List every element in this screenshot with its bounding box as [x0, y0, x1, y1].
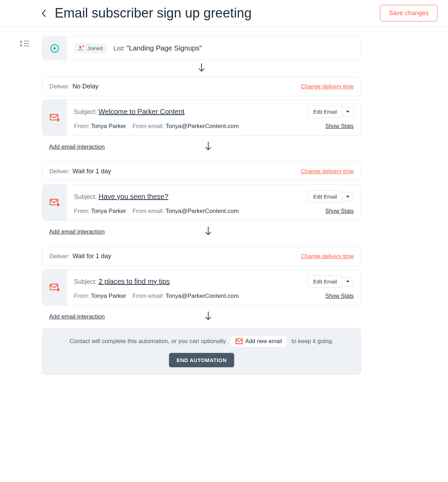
- email-body: Subject: Have you seen these? Edit Email…: [67, 185, 361, 220]
- person-join-icon: [78, 46, 84, 51]
- mail-send-icon: [50, 283, 60, 292]
- deliver-card: Deliver: Wait for 1 day Change delivery …: [42, 162, 361, 181]
- deliver-info: Deliver: Wait for 1 day: [49, 253, 111, 260]
- email-card[interactable]: Subject: Have you seen these? Edit Email…: [42, 185, 361, 221]
- edit-email-button[interactable]: Edit Email: [308, 275, 342, 288]
- footer-text-after: to keep it going.: [291, 338, 333, 345]
- add-new-email-button[interactable]: Add new email: [230, 335, 287, 347]
- deliver-label: Deliver:: [49, 83, 70, 90]
- deliver-label: Deliver:: [49, 168, 70, 175]
- mail-send-icon: [50, 199, 60, 207]
- from-name: Tonya Parker: [91, 208, 126, 214]
- from-label: From:: [74, 208, 89, 214]
- show-stats-link[interactable]: Show Stats: [325, 293, 354, 299]
- change-delivery-link[interactable]: Change delivery time: [301, 253, 354, 260]
- from-email-label: From email:: [133, 293, 164, 299]
- svg-rect-5: [50, 114, 58, 120]
- from-label: From:: [74, 293, 89, 299]
- trigger-icon-area: [42, 37, 67, 60]
- subject-link[interactable]: 2 places to find my tips: [99, 277, 170, 285]
- flow-arrow: [56, 308, 361, 325]
- edit-email-dropdown[interactable]: [342, 107, 354, 116]
- from-email-label: From email:: [133, 123, 164, 129]
- subject-link[interactable]: Welcome to Parker Content: [99, 108, 184, 115]
- edit-email-dropdown[interactable]: [342, 192, 354, 201]
- svg-point-4: [79, 46, 81, 48]
- email-body: Subject: Welcome to Parker Content Edit …: [67, 100, 361, 135]
- deliver-value: Wait for 1 day: [73, 253, 111, 260]
- interaction-row: Add email interaction: [49, 308, 361, 325]
- list-label: List:: [113, 45, 125, 52]
- from-block: From: Tonya Parker From email: Tonya@Par…: [74, 123, 239, 130]
- list-name: "Landing Page Signups": [127, 44, 202, 52]
- edit-email-group: Edit Email: [308, 190, 354, 203]
- edit-email-button[interactable]: Edit Email: [308, 190, 342, 203]
- change-delivery-link[interactable]: Change delivery time: [301, 168, 354, 175]
- email-card[interactable]: Subject: 2 places to find my tips Edit E…: [42, 269, 361, 306]
- header-left: Email subscriber sign up greeting: [41, 6, 252, 21]
- subject-line: Subject: Have you seen these?: [74, 193, 168, 201]
- add-new-email-label: Add new email: [245, 338, 282, 344]
- mail-send-icon: [50, 114, 60, 122]
- caret-down-icon: [346, 280, 350, 283]
- mail-icon: [236, 339, 243, 344]
- flow-arrow: [42, 60, 361, 77]
- deliver-info: Deliver: No Delay: [49, 83, 99, 90]
- reorder-icon[interactable]: [20, 43, 29, 49]
- joined-chip: Joined: [74, 43, 107, 53]
- chevron-left-icon: [41, 9, 46, 17]
- trigger-card[interactable]: Joined List: "Landing Page Signups": [42, 36, 361, 60]
- caret-down-icon: [346, 195, 350, 198]
- deliver-card: Deliver: Wait for 1 day Change delivery …: [42, 247, 361, 266]
- svg-rect-6: [50, 199, 58, 205]
- subject-label: Subject:: [74, 108, 97, 115]
- deliver-card: Deliver: No Delay Change delivery time: [42, 77, 361, 96]
- flow-arrow: [56, 223, 361, 240]
- from-email: Tonya@ParkerContent.com: [165, 208, 239, 214]
- edit-email-group: Edit Email: [308, 106, 354, 118]
- save-changes-button[interactable]: Save changes: [380, 5, 437, 21]
- deliver-value: Wait for 1 day: [73, 168, 111, 175]
- svg-rect-7: [50, 284, 58, 290]
- change-delivery-link[interactable]: Change delivery time: [301, 83, 354, 90]
- flow-arrow: [56, 139, 361, 155]
- caret-down-icon: [346, 111, 350, 113]
- email-icon-area: [42, 100, 67, 135]
- edit-email-group: Edit Email: [308, 275, 354, 288]
- email-icon-area: [42, 185, 67, 220]
- trigger-body: Joined List: "Landing Page Signups": [67, 37, 361, 60]
- from-email: Tonya@ParkerContent.com: [165, 123, 239, 129]
- footer-text: Contact will complete this automation, o…: [70, 335, 334, 347]
- edit-email-button[interactable]: Edit Email: [308, 106, 342, 118]
- subject-link[interactable]: Have you seen these?: [99, 193, 168, 200]
- end-automation-button[interactable]: END AUTOMATION: [169, 353, 235, 367]
- trigger-list: List: "Landing Page Signups": [113, 44, 202, 52]
- page-header: Email subscriber sign up greeting Save c…: [0, 0, 448, 27]
- workspace: Joined List: "Landing Page Signups" Deli…: [0, 27, 448, 389]
- joined-label: Joined: [87, 45, 103, 51]
- email-card[interactable]: Subject: Welcome to Parker Content Edit …: [42, 100, 361, 136]
- interaction-row: Add email interaction: [49, 139, 361, 155]
- play-circle-icon: [50, 44, 59, 53]
- footer-text-before: Contact will complete this automation, o…: [70, 338, 226, 345]
- from-name: Tonya Parker: [91, 123, 126, 129]
- automation-flow: Joined List: "Landing Page Signups" Deli…: [42, 36, 361, 375]
- from-email: Tonya@ParkerContent.com: [165, 293, 239, 299]
- show-stats-link[interactable]: Show Stats: [325, 123, 354, 129]
- subject-line: Subject: Welcome to Parker Content: [74, 108, 184, 116]
- from-label: From:: [74, 123, 89, 129]
- automation-footer: Contact will complete this automation, o…: [42, 328, 361, 375]
- interaction-row: Add email interaction: [49, 223, 361, 240]
- subject-label: Subject:: [74, 193, 97, 200]
- edit-email-dropdown[interactable]: [342, 277, 354, 286]
- email-icon-area: [42, 270, 67, 305]
- from-block: From: Tonya Parker From email: Tonya@Par…: [74, 208, 239, 215]
- from-block: From: Tonya Parker From email: Tonya@Par…: [74, 293, 239, 300]
- show-stats-link[interactable]: Show Stats: [325, 208, 354, 214]
- email-body: Subject: 2 places to find my tips Edit E…: [67, 270, 361, 305]
- back-button[interactable]: [41, 9, 46, 17]
- deliver-label: Deliver:: [49, 253, 70, 260]
- deliver-info: Deliver: Wait for 1 day: [49, 168, 111, 175]
- from-email-label: From email:: [133, 208, 164, 214]
- subject-label: Subject:: [74, 278, 97, 285]
